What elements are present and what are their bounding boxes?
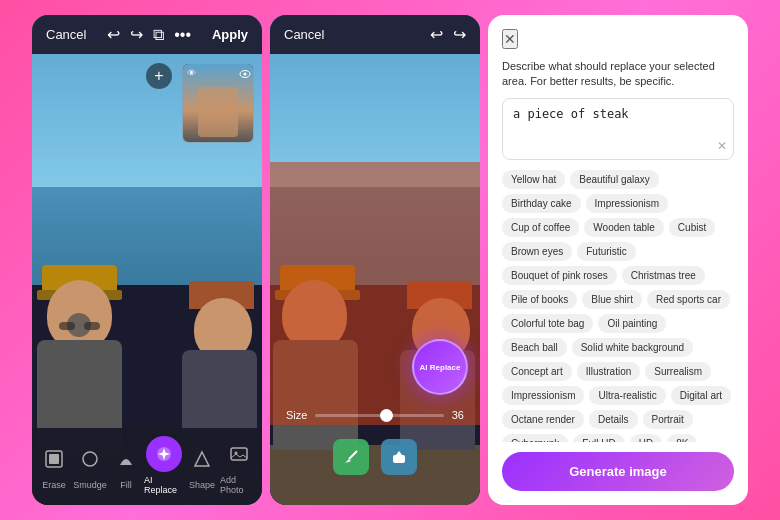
chip-item[interactable]: Impressionism	[586, 194, 668, 213]
chip-item[interactable]: Cyberpunk	[502, 434, 568, 442]
chip-item[interactable]: Cup of coffee	[502, 218, 579, 237]
panel2-erase-tool[interactable]	[381, 439, 417, 475]
svg-rect-2	[84, 322, 100, 330]
tool-erase[interactable]: Erase	[36, 441, 72, 490]
ai-text-input[interactable]	[513, 107, 723, 147]
chip-item[interactable]: Surrealism	[645, 362, 711, 381]
size-slider-thumb[interactable]	[380, 409, 393, 422]
chip-item[interactable]: Digital art	[671, 386, 731, 405]
chip-item[interactable]: Concept art	[502, 362, 572, 381]
tools-bar: Erase Smudge Fill	[32, 428, 262, 505]
size-value: 36	[452, 409, 464, 421]
chip-item[interactable]: Christmas tree	[622, 266, 705, 285]
tool-add-photo[interactable]: Add Photo	[220, 436, 258, 495]
panel2-draw-tool[interactable]	[333, 439, 369, 475]
cancel-button-2[interactable]: Cancel	[284, 27, 324, 42]
header-icons-2: ↩ ↪	[430, 25, 466, 44]
svg-point-7	[83, 452, 97, 466]
svg-point-4	[244, 73, 247, 76]
chip-item[interactable]: Beautiful galaxy	[570, 170, 659, 189]
apply-button[interactable]: Apply	[212, 27, 248, 42]
redo-icon[interactable]: ↪	[130, 25, 143, 44]
chip-item[interactable]: Colorful tote bag	[502, 314, 593, 333]
svg-rect-6	[49, 454, 59, 464]
size-label: Size	[286, 409, 307, 421]
smudge-icon-wrap	[72, 441, 108, 477]
chip-item[interactable]: Details	[589, 410, 638, 429]
photo-area-2: AI Replace Size 36	[270, 15, 480, 505]
tools-row: Erase Smudge Fill	[36, 436, 258, 495]
chip-item[interactable]: Yellow hat	[502, 170, 565, 189]
chip-item[interactable]: Octane render	[502, 410, 584, 429]
editor-panel: Cancel ↩ ↪ ⧉ ••• Apply	[32, 15, 262, 505]
thumb-mini-person	[198, 87, 238, 137]
smudge-label: Smudge	[73, 480, 107, 490]
erase-label: Erase	[42, 480, 66, 490]
chip-item[interactable]: 8K	[667, 434, 697, 442]
panel2-bottom-tools	[333, 439, 417, 475]
thumbnail-overlay[interactable]: 👁	[182, 63, 254, 143]
ai-replace-label: AI Replace	[144, 475, 184, 495]
chip-item[interactable]: Full HD	[573, 434, 624, 442]
chip-item[interactable]: Cubist	[669, 218, 715, 237]
photo-content-2	[270, 15, 480, 505]
eye-icon: 👁	[187, 68, 196, 78]
chip-item[interactable]: Ultra-realistic	[589, 386, 665, 405]
svg-rect-10	[231, 448, 247, 460]
tool-fill[interactable]: Fill	[108, 441, 144, 490]
editor-panel-2: Cancel ↩ ↪ AI	[270, 15, 480, 505]
clear-input-button[interactable]: ✕	[717, 139, 727, 153]
ai-input-wrapper: ✕	[502, 98, 734, 160]
chip-item[interactable]: Solid white background	[572, 338, 693, 357]
shape-icon-wrap	[184, 441, 220, 477]
chip-item[interactable]: Bouquet of pink roses	[502, 266, 617, 285]
more-icon[interactable]: •••	[174, 26, 191, 44]
svg-rect-1	[59, 322, 75, 330]
undo-icon-2[interactable]: ↩	[430, 25, 443, 44]
chips-container: Yellow hatBeautiful galaxyBirthday cakeI…	[502, 170, 734, 442]
chip-item[interactable]: Pile of books	[502, 290, 577, 309]
chip-item[interactable]: Illustration	[577, 362, 641, 381]
chip-item[interactable]: HD	[630, 434, 662, 442]
chip-item[interactable]: Impressionism	[502, 386, 584, 405]
svg-rect-12	[393, 455, 405, 463]
panel2-header: Cancel ↩ ↪	[270, 15, 480, 54]
svg-marker-9	[195, 452, 209, 466]
chip-item[interactable]: Wooden table	[584, 218, 664, 237]
header-icons: ↩ ↪ ⧉ •••	[107, 25, 191, 44]
ai-replace-floating-badge[interactable]: AI Replace	[412, 339, 468, 395]
panels-container: Cancel ↩ ↪ ⧉ ••• Apply	[22, 5, 758, 515]
ai-replace-dialog: ✕ Describe what should replace your sele…	[488, 15, 748, 505]
generate-image-button[interactable]: Generate image	[502, 452, 734, 491]
ai-replace-icon-wrap	[146, 436, 182, 472]
tool-ai-replace[interactable]: AI Replace	[144, 436, 184, 495]
shape-label: Shape	[189, 480, 215, 490]
undo-icon[interactable]: ↩	[107, 25, 120, 44]
layer-eye-icon[interactable]	[239, 66, 251, 84]
cancel-button-1[interactable]: Cancel	[46, 27, 86, 42]
redo-icon-2[interactable]: ↪	[453, 25, 466, 44]
tool-smudge[interactable]: Smudge	[72, 441, 108, 490]
chip-item[interactable]: Blue shirt	[582, 290, 642, 309]
chip-item[interactable]: Red sports car	[647, 290, 730, 309]
chip-item[interactable]: Birthday cake	[502, 194, 581, 213]
tool-shape[interactable]: Shape	[184, 441, 220, 490]
chip-item[interactable]: Portrait	[643, 410, 693, 429]
ai-description-text: Describe what should replace your select…	[502, 59, 734, 90]
size-control-bar: Size 36	[270, 403, 480, 427]
size-slider-track[interactable]	[315, 414, 443, 417]
chip-item[interactable]: Futuristic	[577, 242, 636, 261]
chip-item[interactable]: Brown eyes	[502, 242, 572, 261]
add-photo-label: Add Photo	[220, 475, 258, 495]
fill-icon-wrap	[108, 441, 144, 477]
add-photo-icon-wrap	[221, 436, 257, 472]
layers-icon[interactable]: ⧉	[153, 26, 164, 44]
chip-item[interactable]: Oil painting	[598, 314, 666, 333]
add-layer-button[interactable]: +	[146, 63, 172, 89]
erase-icon-wrap	[36, 441, 72, 477]
close-dialog-button[interactable]: ✕	[502, 29, 518, 49]
panel1-header: Cancel ↩ ↪ ⧉ ••• Apply	[32, 15, 262, 54]
chip-item[interactable]: Beach ball	[502, 338, 567, 357]
fill-label: Fill	[120, 480, 132, 490]
